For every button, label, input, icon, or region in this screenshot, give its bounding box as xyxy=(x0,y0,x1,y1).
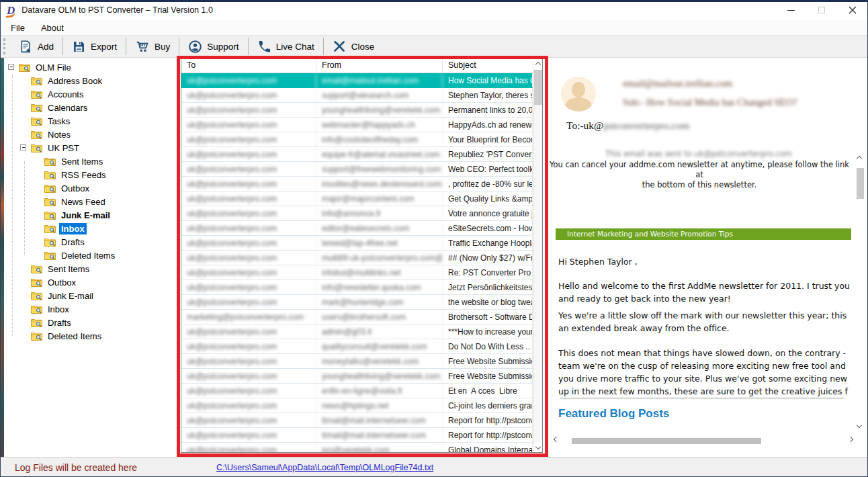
mail-cell-subject: Your Blueprint for Becomin xyxy=(443,132,533,146)
column-header-to[interactable]: To xyxy=(181,58,316,73)
mail-row[interactable]: uk@pstconverterpro.comttmail@mail.intern… xyxy=(181,413,533,428)
mail-row[interactable]: uk@pstconverterpro.comnews@hptingo.netCi… xyxy=(181,398,533,413)
scroll-down-button[interactable] xyxy=(533,442,543,452)
mail-row[interactable]: uk@pstconverterpro.comeditor@eatesecrets… xyxy=(181,221,533,236)
main-area: OLM FileAddress BookAccountsCalendarsTas… xyxy=(0,58,868,457)
tree-item-address-book[interactable]: Address Book xyxy=(4,74,181,87)
column-header-subject[interactable]: Subject xyxy=(443,58,542,73)
mail-row[interactable]: uk@pstconverterpro.comadmin@g03.lt***How… xyxy=(181,324,533,339)
tree-item-deleted-items[interactable]: Deleted Items xyxy=(4,249,181,262)
tree-item-calendars[interactable]: Calendars xyxy=(4,101,181,114)
mail-row[interactable]: uk@pstconverterpro.comyounghealthliving@… xyxy=(181,103,533,118)
scrollbar-thumb[interactable] xyxy=(534,70,542,105)
scrollbar-thumb[interactable] xyxy=(572,438,761,444)
minimize-button[interactable] xyxy=(775,0,806,20)
tree-item-junk-e-mail[interactable]: Junk E-mail xyxy=(4,289,181,302)
tree-item-drafts[interactable]: Drafts xyxy=(4,235,181,249)
mail-cell-subject: Votre annonce gratuite jus xyxy=(443,206,533,220)
mail-row[interactable]: uk@pstconverterpro.commajor@majorcontent… xyxy=(181,191,533,206)
mail-row[interactable]: uk@pstconverterpro.comemail@mailout.trel… xyxy=(181,73,533,88)
chevron-right-icon[interactable] xyxy=(848,437,853,442)
tree-item-sent-items[interactable]: Sent Items xyxy=(4,262,181,275)
maximize-button[interactable] xyxy=(806,0,837,20)
tree-item-news-feed[interactable]: News Feed xyxy=(4,195,181,208)
menu-file[interactable]: File xyxy=(11,23,25,33)
mail-row[interactable]: uk@pstconverterpro.cominfobut@multilinks… xyxy=(181,265,533,280)
mail-row[interactable]: uk@pstconverterpro.cominfo@annonce.frVot… xyxy=(181,206,533,221)
mail-row[interactable]: uk@pstconverterpro.comequipe-fr@alemal.v… xyxy=(181,147,533,162)
mail-cell-to: uk@pstconverterpro.com xyxy=(181,103,316,117)
chevron-left-icon[interactable] xyxy=(554,437,559,442)
mail-row[interactable]: uk@pstconverterpro.commulti89-uk-pstconv… xyxy=(181,251,533,265)
support-person-icon xyxy=(188,40,202,54)
tree-item-rss-feeds[interactable]: RSS Feeds xyxy=(4,168,181,181)
tree-item-outbox[interactable]: Outbox xyxy=(4,275,181,289)
close-button[interactable]: Close xyxy=(324,36,384,57)
preview-horizontal-scrollbar[interactable] xyxy=(554,435,853,446)
toolbar: Add Export Buy xyxy=(0,35,868,58)
tree-item-drafts[interactable]: Drafts xyxy=(4,316,181,329)
support-button[interactable]: Support xyxy=(179,36,247,57)
mail-row[interactable]: uk@pstconverterpro.cominsolites@news.des… xyxy=(181,177,533,191)
mail-cell-subject: HappyAds.ch ad renewal: xyxy=(443,118,533,132)
mail-cell-from: insolites@news.destenouest.com xyxy=(316,177,443,191)
chevron-up-icon[interactable] xyxy=(857,156,862,161)
tree-item-notes[interactable]: Notes xyxy=(4,128,181,141)
tree-item-sent-items[interactable]: Sent Items xyxy=(4,155,181,168)
folder-icon xyxy=(31,292,42,300)
mail-row[interactable]: uk@pstconverterpro.comttmail@mail.intern… xyxy=(181,428,533,443)
mail-row[interactable]: marketing@pstconverterpro.comusers@broth… xyxy=(181,310,533,324)
tree-expander-icon[interactable] xyxy=(8,64,14,70)
preview-vertical-scrollbar[interactable] xyxy=(855,152,866,431)
mail-cell-subject: ***How to increase your ch xyxy=(443,324,533,339)
add-button[interactable]: Add xyxy=(10,36,62,57)
mail-row[interactable]: uk@pstconverterpro.commark@hunteridge.co… xyxy=(181,295,533,310)
mail-list-scrollbar[interactable] xyxy=(533,58,542,452)
mail-cell-subject: Web CEO: Perfect toolkit f xyxy=(443,162,533,176)
live-chat-button[interactable]: Live Chat xyxy=(249,36,323,57)
mail-cell-subject: Et en A cces Libre xyxy=(443,384,533,398)
mail-row[interactable]: uk@pstconverterpro.comwebmaster@happyads… xyxy=(181,118,533,132)
mail-row[interactable]: uk@pstconverterpro.commoneytalks@veretek… xyxy=(181,354,533,369)
tree-item-deleted-items[interactable]: Deleted Items xyxy=(4,329,181,343)
mail-cell-to: uk@pstconverterpro.com xyxy=(181,324,316,339)
close-window-button[interactable] xyxy=(837,0,868,20)
tree-item-inbox[interactable]: Inbox xyxy=(4,222,181,235)
mail-cell-subject: Free Website Submission xyxy=(443,369,533,383)
toolbar-grip[interactable] xyxy=(3,38,5,54)
mail-row[interactable]: uk@pstconverterpro.comlereed@lap-4free.n… xyxy=(181,236,533,251)
mail-row[interactable]: uk@pstconverterpro.comenfin-en-ligne@voi… xyxy=(181,384,533,398)
folder-icon xyxy=(31,144,42,153)
mail-cell-subject: Permanent links to 20,000 xyxy=(443,103,533,117)
shopping-cart-icon xyxy=(135,40,150,54)
preview-subject-line: Sub:- How Social Media has Changed SEO? xyxy=(623,97,797,108)
mail-cell-subject: Re: PST Converter Pro - C xyxy=(443,265,533,279)
mail-row[interactable]: uk@pstconverterpro.cominfo@newsletter.qu… xyxy=(181,280,533,295)
scrollbar-thumb[interactable] xyxy=(857,168,864,199)
mail-row[interactable]: uk@pstconverterpro.comqualityconsult@ver… xyxy=(181,339,533,354)
tree-item-tasks[interactable]: Tasks xyxy=(4,114,181,128)
mail-row[interactable]: uk@pstconverterpro.comyounghealthliving@… xyxy=(181,369,533,384)
log-file-path-link[interactable]: C:\Users\Sameul\AppData\Local\Temp\OLMLo… xyxy=(216,463,433,472)
buy-button[interactable]: Buy xyxy=(126,36,179,57)
tree-item-accounts[interactable]: Accounts xyxy=(4,87,181,101)
mail-row[interactable]: uk@pstconverterpro.cominfo@coolsiteofthe… xyxy=(181,132,533,147)
tree-item-inbox[interactable]: Inbox xyxy=(4,302,181,316)
mail-cell-to: uk@pstconverterpro.com xyxy=(181,265,316,279)
tree-item-junk-e-mail[interactable]: Junk E-mail xyxy=(4,208,181,222)
scroll-up-button[interactable] xyxy=(533,58,543,69)
add-button-label: Add xyxy=(38,42,54,52)
support-button-label: Support xyxy=(207,42,238,52)
menu-about[interactable]: About xyxy=(41,23,64,33)
export-button[interactable]: Export xyxy=(63,36,126,57)
tree-item-uk-pst[interactable]: UK PST xyxy=(4,141,181,155)
tree-item-olm-file[interactable]: OLM File xyxy=(4,60,181,74)
mail-row[interactable]: uk@pstconverterpro.comsupport@viesearch.… xyxy=(181,88,533,103)
title-bar[interactable]: D Datavare OLM to PST Converter – Trial … xyxy=(0,0,868,20)
tree-item-outbox[interactable]: Outbox xyxy=(4,181,181,195)
chevron-down-icon[interactable] xyxy=(857,423,862,428)
mail-row[interactable]: uk@pstconverterpro.comsupport@freewebmon… xyxy=(181,162,533,177)
mail-row[interactable]: uk@pstconverterpro.compro@veretekk.comGl… xyxy=(181,443,533,453)
column-header-from[interactable]: From xyxy=(316,58,443,73)
tree-expander-icon[interactable] xyxy=(20,144,26,150)
